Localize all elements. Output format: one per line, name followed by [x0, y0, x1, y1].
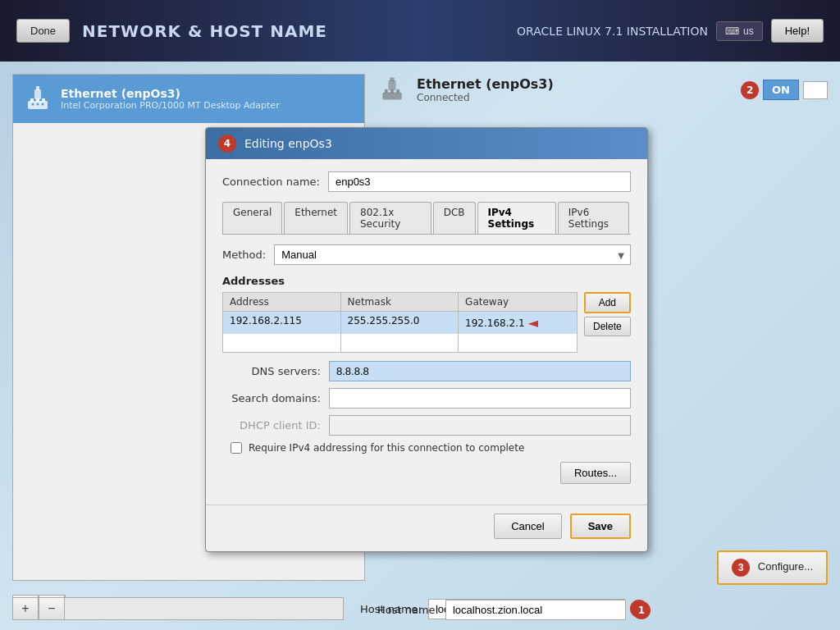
eth-connected: Connected: [417, 92, 554, 103]
routes-button[interactable]: Routes...: [560, 462, 631, 484]
eth-status-info: Ethernet (enpOs3) Connected: [417, 76, 554, 103]
svg-rect-12: [396, 89, 399, 94]
addr-gateway-cell: 192.168.2.1 ◄: [459, 312, 577, 334]
addr-empty-row: [223, 334, 577, 352]
done-button[interactable]: Done: [16, 19, 70, 43]
routes-row: Routes...: [222, 462, 631, 484]
checkbox-label: Require IPv4 addressing for this connect…: [249, 442, 524, 454]
dhcp-label: DHCP client ID:: [222, 419, 321, 431]
addr-data-row[interactable]: 192.168.2.115 255.255.255.0 192.168.2.1 …: [223, 312, 577, 334]
badge-3: 3: [732, 559, 750, 577]
ipv4-required-checkbox[interactable]: [231, 442, 242, 454]
svg-rect-5: [36, 86, 39, 90]
svg-point-8: [42, 103, 44, 106]
addr-col-netmask: Netmask: [341, 293, 459, 311]
addresses-table: Address Netmask Gateway 192.168.2.115 25…: [222, 292, 578, 353]
arrow-icon: ◄: [528, 315, 538, 331]
addr-empty-2: [341, 334, 459, 352]
dns-row: DNS servers:: [222, 361, 631, 381]
dialog-title: Editing enpOs3: [244, 137, 332, 150]
header-left: Done NETWORK & HOST NAME: [16, 19, 327, 43]
adapter-name-bar: [65, 597, 344, 620]
connection-name-label: Connection name:: [222, 176, 320, 188]
addr-header: Address Netmask Gateway: [223, 293, 577, 312]
svg-point-6: [32, 103, 34, 106]
adapter-info: Ethernet (enpOs3) Intel Corporation PRO/…: [61, 87, 280, 111]
keyboard-button[interactable]: ⌨ us: [716, 21, 763, 41]
dhcp-row: DHCP client ID:: [222, 415, 631, 436]
tab-8021x[interactable]: 802.1x Security: [349, 202, 431, 234]
dialog-footer: Cancel Save: [206, 504, 647, 551]
tab-general[interactable]: General: [222, 202, 282, 234]
addr-buttons: Add Delete: [584, 292, 631, 336]
toggle-slider[interactable]: [803, 81, 828, 99]
ethernet-icon: [23, 83, 52, 115]
addr-gateway: 192.168.2.1: [465, 317, 525, 329]
dialog-body: Connection name: General Ethernet 802.1x…: [206, 159, 647, 504]
addresses-title: Addresses: [222, 275, 631, 287]
method-row: Method: Manual: [222, 244, 631, 265]
main-content: Ethernet (enpOs3) Intel Corporation PRO/…: [0, 62, 840, 630]
addr-col-gateway: Gateway: [459, 293, 577, 311]
header-title: NETWORK & HOST NAME: [82, 21, 327, 41]
dns-label: DNS servers:: [222, 365, 321, 377]
delete-address-button[interactable]: Delete: [584, 317, 631, 336]
adapter-controls: + −: [12, 597, 344, 620]
hostname-row-right: Host name: 1: [377, 600, 651, 620]
remove-network-button[interactable]: −: [39, 597, 65, 620]
svg-rect-3: [42, 98, 45, 102]
addresses-row: Address Netmask Gateway 192.168.2.115 25…: [222, 292, 631, 353]
connection-name-row: Connection name:: [222, 171, 631, 192]
toggle-on[interactable]: ON: [763, 80, 799, 100]
svg-rect-10: [385, 89, 388, 94]
addr-empty-3: [459, 334, 577, 352]
search-row: Search domains:: [222, 388, 631, 409]
search-label: Search domains:: [222, 392, 321, 404]
svg-rect-13: [389, 80, 396, 90]
svg-rect-9: [382, 93, 401, 100]
svg-rect-4: [34, 89, 41, 99]
header: Done NETWORK & HOST NAME ORACLE LINUX 7.…: [0, 0, 840, 62]
keyboard-locale: us: [743, 25, 754, 37]
header-right: ORACLE LINUX 7.1 INSTALLATION ⌨ us Help!: [517, 19, 824, 43]
hostname-label-right: Host name:: [377, 604, 439, 616]
svg-point-7: [37, 103, 39, 106]
search-input[interactable]: [329, 388, 631, 409]
adapter-item[interactable]: Ethernet (enpOs3) Intel Corporation PRO/…: [13, 75, 364, 123]
tab-ipv4[interactable]: IPv4 Settings: [477, 202, 556, 234]
add-address-button[interactable]: Add: [584, 292, 631, 313]
right-panel: Ethernet (enpOs3) Connected 2 ON: [377, 74, 828, 114]
badge-4: 4: [218, 135, 236, 153]
settings-tabs: General Ethernet 802.1x Security DCB IPv…: [222, 202, 631, 235]
addr-empty-1: [223, 334, 341, 352]
connection-name-input[interactable]: [328, 171, 631, 192]
dns-input[interactable]: [329, 361, 631, 381]
configure-label: Configure...: [758, 560, 813, 573]
cancel-button[interactable]: Cancel: [494, 514, 561, 539]
add-network-button[interactable]: +: [12, 597, 39, 620]
dhcp-input: [329, 415, 631, 436]
ethernet-status-icon: [377, 74, 407, 106]
tab-dcb[interactable]: DCB: [433, 202, 476, 234]
addr-col-address: Address: [223, 293, 341, 311]
tab-ipv6[interactable]: IPv6 Settings: [558, 202, 629, 234]
help-button[interactable]: Help!: [771, 19, 824, 43]
eth-name: Ethernet (enpOs3): [417, 76, 554, 92]
hostname-input-right[interactable]: [445, 600, 626, 620]
addr-address: 192.168.2.115: [223, 312, 341, 334]
method-select-wrap: Manual: [274, 244, 631, 265]
configure-button[interactable]: 3 Configure...: [717, 550, 828, 585]
save-button[interactable]: Save: [570, 514, 631, 539]
adapter-desc: Intel Corporation PRO/1000 MT Desktop Ad…: [61, 100, 280, 111]
method-label: Method:: [222, 249, 266, 261]
tab-ethernet[interactable]: Ethernet: [284, 202, 348, 234]
badge-1-right: 1: [632, 601, 651, 619]
checkbox-row: Require IPv4 addressing for this connect…: [222, 442, 631, 454]
addr-netmask: 255.255.255.0: [341, 312, 459, 334]
badge-2: 2: [741, 81, 759, 99]
keyboard-icon: ⌨: [725, 25, 739, 37]
adapter-name: Ethernet (enpOs3): [61, 87, 280, 100]
method-select[interactable]: Manual: [274, 244, 631, 265]
addresses-section: Addresses Address Netmask Gateway 192.16…: [222, 275, 631, 353]
dialog-titlebar: 4 Editing enpOs3: [206, 128, 647, 159]
